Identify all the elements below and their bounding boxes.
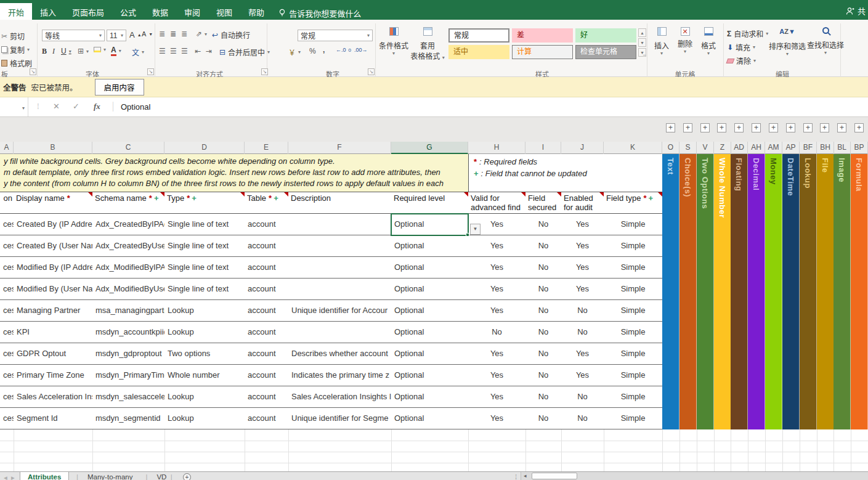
horizontal-scrollbar[interactable]: ◂: [521, 472, 868, 480]
cell-audit[interactable]: Yes: [561, 365, 604, 386]
header-cell-table[interactable]: Table*+: [245, 192, 289, 214]
header-cell-on[interactable]: on: [0, 192, 14, 214]
cell-schema[interactable]: msdyn_salesaccelera: [92, 386, 165, 408]
cell-audit[interactable]: No: [561, 408, 604, 429]
type-column-formula[interactable]: Formula: [851, 154, 868, 429]
cell-a[interactable]: cess: [0, 408, 14, 429]
ribbon-tab-6[interactable]: 审阅: [176, 3, 208, 20]
cell-a[interactable]: cess: [0, 279, 14, 300]
font-color-button[interactable]: A▾: [111, 46, 121, 56]
wrap-text-button[interactable]: ↩自动换行: [212, 30, 250, 40]
enter-icon[interactable]: ✓: [73, 102, 79, 111]
outline-plus-button-11[interactable]: +: [837, 123, 846, 132]
cell-valid[interactable]: Yes: [468, 408, 526, 429]
ribbon-tab-4[interactable]: 公式: [112, 3, 144, 20]
gallery-down-button[interactable]: ▼: [638, 38, 646, 47]
align-center-button[interactable]: ☰: [170, 47, 177, 55]
cancel-icon[interactable]: ✕: [53, 102, 60, 111]
outline-plus-button-4[interactable]: +: [717, 123, 726, 132]
formula-input[interactable]: Optional: [121, 102, 150, 112]
cell-field_type[interactable]: Simple: [604, 214, 663, 235]
cell-field_type[interactable]: Simple: [604, 408, 663, 429]
gallery-more-button[interactable]: ▼̲: [638, 48, 646, 57]
find-select-button[interactable]: 查找和选择 ▾: [807, 27, 844, 55]
cell-required[interactable]: Optional: [391, 214, 469, 235]
ribbon-tab-5[interactable]: 数据: [144, 3, 176, 20]
cell-display[interactable]: KPI: [14, 322, 93, 343]
header-cell-valid-for-advanced-find[interactable]: Valid for advanced find: [468, 192, 526, 214]
clipboard-dialog-launcher[interactable]: ↘: [30, 68, 36, 75]
cell-desc[interactable]: Indicates the primary time z: [288, 365, 392, 386]
insert-cells-button[interactable]: 插入 ▾: [652, 27, 671, 56]
cell-display[interactable]: GDPR Optout: [14, 343, 93, 365]
cell-table[interactable]: account: [245, 343, 289, 365]
cell-display[interactable]: Created By (IP Addre: [14, 214, 93, 235]
cell-secured[interactable]: No: [525, 322, 562, 343]
outline-plus-button-2[interactable]: +: [683, 123, 692, 132]
cell-valid[interactable]: Yes: [468, 235, 526, 257]
cell-valid[interactable]: No: [468, 322, 526, 343]
cell-type[interactable]: Two options: [164, 343, 245, 365]
decrease-indent-button[interactable]: ⇤: [195, 47, 201, 55]
cell-valid[interactable]: Yes: [468, 300, 526, 322]
outline-plus-button-9[interactable]: +: [803, 123, 813, 132]
top-align-button[interactable]: ≣: [159, 30, 165, 38]
cell-a[interactable]: cess: [0, 235, 14, 257]
outline-plus-button-12[interactable]: +: [854, 123, 864, 132]
cell-schema[interactable]: Adx_ModifiedByUse: [92, 279, 165, 300]
ribbon-tab-7[interactable]: 视图: [208, 3, 240, 20]
outline-plus-button-5[interactable]: +: [734, 123, 744, 132]
column-header-A[interactable]: A: [0, 142, 14, 154]
header-cell-description[interactable]: Description: [288, 192, 392, 214]
column-header-AM[interactable]: AM: [765, 142, 782, 154]
cell-required[interactable]: Optional: [391, 343, 469, 365]
cell-a[interactable]: cess: [0, 300, 14, 322]
cell-audit[interactable]: Yes: [561, 343, 604, 365]
cell-audit[interactable]: Yes: [561, 214, 604, 235]
cell-desc[interactable]: [288, 257, 392, 279]
type-column-image[interactable]: Image: [834, 154, 851, 429]
bottom-align-button[interactable]: ≣: [181, 30, 187, 38]
column-header-I[interactable]: I: [525, 142, 561, 154]
cell-type[interactable]: Lookup: [164, 408, 245, 429]
percent-style-button[interactable]: %: [309, 47, 316, 55]
cell-secured[interactable]: No: [525, 343, 562, 365]
cell-required[interactable]: Optional: [391, 279, 469, 300]
cell-table[interactable]: account: [245, 386, 289, 408]
cell-display[interactable]: Primary Time Zone: [14, 365, 93, 386]
column-header-C[interactable]: C: [92, 142, 164, 154]
cell-required[interactable]: Optional: [391, 408, 469, 429]
column-header-O[interactable]: O: [662, 142, 679, 154]
type-column-text[interactable]: Text: [662, 154, 679, 429]
cell-table[interactable]: account: [245, 408, 289, 429]
cell-required[interactable]: Optional: [391, 365, 469, 386]
format-painter-button[interactable]: 格式刷: [1, 58, 32, 68]
header-cell-type[interactable]: Type*+: [164, 192, 245, 214]
tell-me-box[interactable]: 告诉我你想要做什么: [272, 3, 367, 20]
cell-type[interactable]: Lookup: [164, 386, 245, 408]
legend-block[interactable]: *: Required fields+: Field that cannot b…: [468, 154, 662, 192]
cell-schema[interactable]: Adx_CreatedByUser: [92, 235, 165, 257]
cell-schema[interactable]: Adx_CreatedByIPAd: [92, 214, 165, 235]
cell-schema[interactable]: msdyn_PrimaryTime: [92, 365, 165, 386]
cell-desc[interactable]: Unique identifier for Segme: [288, 408, 392, 429]
cell-table[interactable]: account: [245, 279, 289, 300]
cell-dropdown-button[interactable]: ▼: [470, 224, 481, 235]
style-chip-计算[interactable]: 计算: [512, 45, 573, 59]
cell-secured[interactable]: No: [525, 279, 562, 300]
selection-fill-handle[interactable]: [466, 233, 469, 237]
cell-valid[interactable]: Yes: [468, 365, 526, 386]
cell-schema[interactable]: msdyn_gdproptout: [92, 343, 165, 365]
clear-button[interactable]: 清除▾: [727, 55, 756, 66]
outline-plus-button-7[interactable]: +: [769, 123, 778, 132]
column-header-BP[interactable]: BP: [851, 142, 868, 154]
cell-desc[interactable]: [288, 322, 392, 343]
column-header-AD[interactable]: AD: [731, 142, 748, 154]
align-right-button[interactable]: ☰: [181, 47, 188, 55]
merge-center-button[interactable]: ⊟合并后居中▾: [219, 47, 270, 57]
column-header-D[interactable]: D: [164, 142, 245, 154]
cut-button[interactable]: ✂剪切: [1, 31, 25, 41]
column-header-J[interactable]: J: [561, 142, 604, 154]
header-cell-field-type[interactable]: Field type*+: [604, 192, 663, 214]
decrease-decimal-button[interactable]: .00→: [354, 47, 368, 53]
